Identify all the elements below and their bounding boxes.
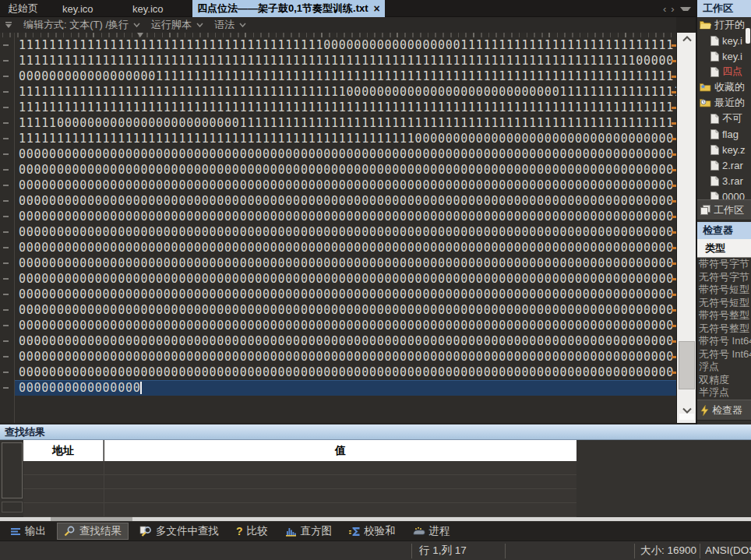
editor-line[interactable]: 0000000000000000000000000000000000000000… xyxy=(0,162,676,178)
fold-marker xyxy=(3,262,9,264)
syntax-dropdown[interactable]: 语法 xyxy=(214,18,246,32)
editor-vertical-scrollbar[interactable] xyxy=(676,33,696,423)
tree-file-3-rar[interactable]: 3.rar xyxy=(697,173,751,188)
editor-line[interactable]: 1111111111111111111111111111111111111111… xyxy=(0,131,676,146)
editor-line-text: 0000000000000000000000000000000000000000… xyxy=(19,287,674,302)
workspace-tab-label: 工作区 xyxy=(714,203,744,217)
editor-line[interactable]: 0000000000000000000000000000000000000000… xyxy=(0,146,676,162)
tab-close-icon[interactable]: × xyxy=(374,3,380,14)
editor-line[interactable]: 0000000000000000000000000000000000000000… xyxy=(0,287,676,302)
table-row[interactable] xyxy=(23,475,576,489)
editor-line[interactable]: 0000000000000000000000000000000000000000… xyxy=(0,240,676,255)
run-script-dropdown[interactable]: 运行脚本 xyxy=(151,18,203,32)
find-results-table-body[interactable] xyxy=(23,461,576,517)
tree-scrollbar-thumb[interactable] xyxy=(746,28,750,44)
editor-line[interactable]: 0000000000000000000000000000000000000000… xyxy=(0,349,676,365)
editor-line-text: 1111111111111111111111111111111111111111… xyxy=(19,53,674,69)
tab-checksum[interactable]: 校验和 xyxy=(343,523,402,540)
tab-label: key.ico xyxy=(132,3,164,15)
tab-label: 多文件中查找 xyxy=(156,524,219,538)
inspector-type-row[interactable]: 带符号整型 xyxy=(697,309,751,322)
editor-line[interactable]: 1111111111111111111111111111111111111111… xyxy=(0,37,676,53)
inspector-type-row[interactable]: 无符号整型 xyxy=(697,322,751,336)
inspector-type-row[interactable]: 无符号字节 xyxy=(697,271,751,284)
scroll-up-icon[interactable] xyxy=(677,33,696,45)
editor-line[interactable]: 0000000000000000000000000000000000000000… xyxy=(0,271,676,287)
tree-file-2-rar[interactable]: 2.rar xyxy=(697,157,751,173)
inspector-panel-tab[interactable]: 检查器 xyxy=(697,400,751,421)
file-icon xyxy=(710,114,719,124)
editor-line[interactable]: 0000000000000000001111111111111111111111… xyxy=(0,69,676,84)
scrollbar-thumb[interactable] xyxy=(51,517,132,521)
editor-line[interactable]: 1111111111111111111111111111111111111111… xyxy=(0,84,676,100)
editor-line[interactable]: 0000000000000000000000000000000000000000… xyxy=(0,255,676,271)
tab-key-ico-2[interactable]: key.ico xyxy=(128,0,168,17)
tree-folder-recent[interactable]: 最近的 xyxy=(697,95,751,111)
inspector-type-row[interactable]: 浮点 xyxy=(697,361,751,374)
scrollbar-thumb[interactable] xyxy=(679,341,695,389)
editor-toolbar: 编辑方式: 文本(T) /换行 运行脚本 语法 xyxy=(0,17,676,33)
editor-line[interactable]: 0000000000000000000000000000000000000000… xyxy=(0,333,676,349)
table-row[interactable] xyxy=(23,503,576,517)
inspector-type-row[interactable]: 无符号 Int64 xyxy=(697,348,751,361)
tree-folder-open-files[interactable]: 打开的 xyxy=(697,17,751,33)
inspector-type-row[interactable]: 双精度 xyxy=(697,374,751,387)
inspector-type-row[interactable]: 带符号字节 xyxy=(697,258,751,271)
inspector-type-column-header[interactable]: 类型 xyxy=(697,239,751,258)
workspace-panel-tab[interactable]: 工作区 xyxy=(697,199,751,220)
inspector-type-row[interactable]: 带符号短型 xyxy=(697,284,751,297)
editor-line[interactable]: 1111111111111111111111111111111111111111… xyxy=(0,53,676,69)
editor-current-line[interactable]: 0000000000000000 xyxy=(15,380,676,396)
tab-scroll-left-icon[interactable]: ‹ xyxy=(661,3,668,15)
tab-find-in-files[interactable]: 多文件中查找 xyxy=(133,523,225,540)
editor-line[interactable]: 0000000000000000000000000000000000000000… xyxy=(0,365,676,380)
inspector-type-row[interactable]: 半浮点 xyxy=(697,386,751,400)
tab-active-document[interactable]: 四点位法——架子鼓0,1节奏型训练.txt × xyxy=(192,0,385,17)
tab-processes[interactable]: 进程 xyxy=(407,523,457,540)
editor-line[interactable]: 0000000000000000000000000000000000000000… xyxy=(0,224,676,240)
chevron-down-icon xyxy=(133,23,140,27)
tree-file-key-ico-1[interactable]: key.i xyxy=(697,33,751,48)
tree-file-key-z[interactable]: key.z xyxy=(697,142,751,157)
editor-line[interactable]: 0000000000000000000000000000000000000000… xyxy=(0,302,676,318)
tab-list-icon[interactable] xyxy=(680,7,691,11)
tab-compare[interactable]: ? 比较 xyxy=(230,523,274,540)
editor-line[interactable]: 0000000000000000000000000000000000000000… xyxy=(0,193,676,209)
inspector-type-row[interactable]: 无符号短型 xyxy=(697,297,751,310)
editor-line[interactable]: 1111100000000000000000000000011111111111… xyxy=(0,115,676,131)
collapse-all-icon[interactable] xyxy=(5,21,12,29)
inspector-type-label: 无符号 Int64 xyxy=(699,348,751,360)
tree-file-0000[interactable]: 0000 xyxy=(697,188,751,199)
tree-file-recent-1[interactable]: 不可 xyxy=(697,111,751,126)
editor-line-text: 1111111111111111111111111111111111111111… xyxy=(19,131,674,146)
tab-scroll-right-icon[interactable]: › xyxy=(668,3,676,15)
tree-file-flag[interactable]: flag xyxy=(697,126,751,142)
tab-start-page[interactable]: 起始页 xyxy=(3,0,43,17)
tab-find-results[interactable]: 查找结果 xyxy=(57,523,129,540)
editor-line[interactable]: 0000000000000000000000000000000000000000… xyxy=(0,178,676,193)
inspector-type-row[interactable]: 带符号 Int64 xyxy=(697,335,751,348)
table-row[interactable] xyxy=(23,461,576,475)
editor-line[interactable]: 1111111111111111111111111111111111111111… xyxy=(0,100,676,115)
fold-marker xyxy=(3,76,9,77)
encoding-status[interactable]: ANSI(DOS) xyxy=(705,541,751,560)
editor-line[interactable]: 0000000000000000000000000000000000000000… xyxy=(0,318,676,333)
tree-file-key-ico-2[interactable]: key.i xyxy=(697,48,751,64)
column-header-address[interactable]: 地址 xyxy=(23,440,104,461)
editor-line[interactable]: 0000000000000000000000000000000000000000… xyxy=(0,209,676,224)
edit-mode-dropdown[interactable]: 编辑方式: 文本(T) /换行 xyxy=(23,18,140,32)
find-results-horizontal-scrollbar[interactable] xyxy=(0,517,751,521)
table-row[interactable] xyxy=(23,489,576,503)
fold-marker xyxy=(3,60,9,62)
text-editor[interactable]: 1111111111111111111111111111111111111111… xyxy=(0,33,676,423)
tree-folder-favorites[interactable]: 收藏的 xyxy=(697,79,751,95)
tree-item-label: 0000 xyxy=(722,191,745,200)
column-divider xyxy=(104,461,104,517)
tab-key-ico-1[interactable]: key.ico xyxy=(58,0,98,17)
tree-file-active-document[interactable]: 四点 xyxy=(697,64,751,79)
tab-output[interactable]: 输出 xyxy=(5,523,52,540)
column-header-value[interactable]: 值 xyxy=(104,440,576,461)
inspector-type-label: 带符号 Int64 xyxy=(699,335,751,347)
file-size-status: 大小: 16900 xyxy=(640,541,696,560)
tab-histogram[interactable]: 直方图 xyxy=(279,523,339,540)
